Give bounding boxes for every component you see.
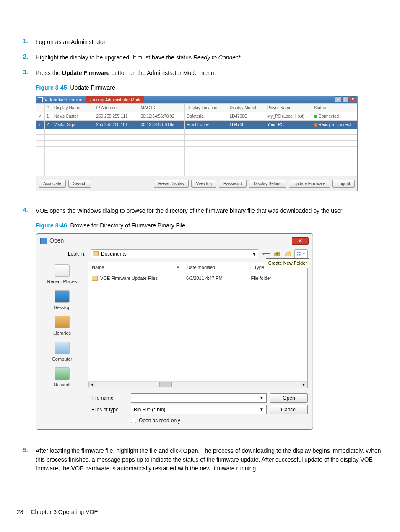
col-display-name[interactable]: Display Name: [52, 104, 94, 112]
cell-mac: 00:12:34:56:78:9a: [139, 121, 184, 129]
cell-status: Ready to connect: [312, 121, 357, 129]
display-setting-button[interactable]: Display Setting: [249, 180, 286, 188]
step-2-text: Highlight the display to be upgraded. It…: [36, 53, 383, 62]
reset-display-button[interactable]: Reset Display: [154, 180, 189, 188]
col-status[interactable]: Status: [312, 104, 357, 112]
up-one-level-icon[interactable]: [273, 249, 282, 258]
cancel-button[interactable]: Cancel: [270, 405, 308, 414]
scroll-thumb[interactable]: [159, 382, 172, 387]
table-row: [36, 170, 357, 176]
col-index[interactable]: #: [45, 104, 52, 112]
logout-button[interactable]: Logout: [332, 180, 355, 188]
step-number: 2.: [23, 53, 36, 62]
column-name[interactable]: Name▲: [88, 262, 183, 273]
voe-titlebar[interactable]: VideoOverEthernet Running Administrator …: [36, 96, 357, 103]
place-computer[interactable]: Computer: [52, 342, 72, 363]
open-button[interactable]: Open: [270, 393, 308, 403]
cell-check[interactable]: ✓: [36, 121, 45, 129]
voe-mode-badge: Running Administrator Mode: [86, 96, 144, 103]
look-in-value: Documents: [101, 250, 127, 258]
place-network[interactable]: Network: [54, 367, 70, 388]
status-dot-icon: [314, 123, 317, 127]
cell-status: Connected: [312, 112, 357, 121]
figure-caption-text: Browse for Directory of Firmware Binary …: [70, 222, 185, 229]
step-3-text: Press the Update Firmware button on the …: [36, 69, 383, 200]
cell-loc: Front Lobby: [184, 121, 228, 129]
col-player[interactable]: Player Name: [265, 104, 312, 112]
place-label: Computer: [52, 356, 72, 363]
cell-name: Visitor Sign: [52, 121, 94, 129]
horizontal-scrollbar[interactable]: ◄ ►: [88, 381, 307, 388]
associate-button[interactable]: Associate: [39, 180, 66, 188]
files-of-type-select[interactable]: Bin File (*.bin)▼: [131, 405, 267, 414]
look-in-combo[interactable]: Documents ▼: [91, 249, 258, 258]
figure-label: Figure 3-45: [36, 84, 67, 91]
maximize-button[interactable]: ▢: [342, 96, 349, 102]
step-5-text: After locating the firmware file, highli…: [36, 447, 383, 473]
desktop-icon: [55, 290, 70, 303]
col-location[interactable]: Display Location: [184, 104, 228, 112]
read-only-checkbox[interactable]: [131, 418, 136, 423]
search-button[interactable]: Search: [68, 180, 91, 188]
svg-point-0: [288, 251, 291, 253]
cell-mac: 00:12:34:56:78:92: [139, 112, 184, 121]
scroll-left-icon[interactable]: ◄: [88, 382, 95, 387]
table-row[interactable]: ✓ 1 News Caster 255.255.255.111 00:12:34…: [36, 112, 357, 121]
table-row: [36, 141, 357, 147]
table-row: [36, 135, 357, 141]
back-icon[interactable]: ⟵: [262, 249, 271, 258]
scroll-right-icon[interactable]: ►: [301, 382, 307, 387]
table-row[interactable]: ✓ 2 Visitor Sign 255.255.255.101 00:12:3…: [36, 121, 357, 129]
close-button[interactable]: ✕: [292, 237, 309, 245]
col-ip[interactable]: IP Address: [94, 104, 139, 112]
view-menu-icon[interactable]: ▼: [294, 249, 308, 258]
file-date: 6/3/2011 4:47 PM: [186, 275, 251, 282]
figure-3-46-caption: Figure 3-46 Browse for Directory of Firm…: [36, 221, 383, 230]
recent-places-icon: [55, 264, 70, 277]
col-label: Name: [92, 265, 104, 270]
chevron-down-icon: ▼: [260, 406, 264, 413]
file-name-label: File name:: [91, 394, 127, 402]
computer-icon: [55, 342, 70, 354]
table-row: [36, 158, 357, 164]
col-model[interactable]: Display Model: [228, 104, 265, 112]
place-desktop[interactable]: Desktop: [54, 290, 70, 311]
cell-model: LD4730G: [228, 112, 265, 121]
step-5-bold: Open: [183, 447, 198, 454]
view-log-button[interactable]: View log: [191, 180, 216, 188]
display-table: # Display Name IP Address MAC ID Display…: [36, 103, 357, 176]
cell-check[interactable]: ✓: [36, 112, 45, 121]
password-button[interactable]: Password: [219, 180, 247, 188]
minimize-button[interactable]: –: [335, 96, 341, 102]
col-checkbox[interactable]: [36, 104, 45, 112]
col-mac[interactable]: MAC ID: [139, 104, 184, 112]
cell-ip: 255.255.255.111: [94, 112, 139, 121]
svg-rect-2: [299, 252, 300, 253]
table-header-row: # Display Name IP Address MAC ID Display…: [36, 104, 357, 112]
step-1-text: Log on as an Administrator.: [36, 38, 383, 46]
step-number: 3.: [23, 69, 36, 200]
update-firmware-button[interactable]: Update Firmware: [289, 180, 330, 188]
step-4-text: VOE opens the Windows dialog to browse f…: [36, 207, 383, 440]
table-row: [36, 129, 357, 135]
new-folder-icon[interactable]: [283, 249, 293, 258]
folder-icon: [92, 276, 98, 281]
look-in-row: Look in: Documents ▼ ⟵: [36, 249, 313, 262]
file-name-input[interactable]: ▼: [131, 393, 267, 403]
chevron-down-icon: ▼: [260, 395, 264, 401]
sort-asc-icon: ▲: [176, 264, 179, 269]
place-recent[interactable]: Recent Places: [47, 264, 77, 285]
close-button[interactable]: ✕: [350, 96, 356, 102]
step-number: 4.: [23, 207, 36, 440]
place-libraries[interactable]: Libraries: [53, 316, 71, 337]
file-name: VOE Firmware Update Files: [100, 275, 158, 282]
open-titlebar[interactable]: Open ✕: [36, 234, 313, 249]
column-date[interactable]: Date modified: [183, 262, 251, 273]
open-dialog: Open ✕ Look in: Documents ▼ ⟵: [36, 233, 313, 430]
network-icon: [55, 367, 70, 380]
cell-model: LD4730: [228, 121, 265, 129]
table-row: [36, 164, 357, 170]
read-only-row[interactable]: Open as read-only: [131, 417, 267, 424]
list-item[interactable]: VOE Firmware Update Files 6/3/2011 4:47 …: [88, 273, 307, 284]
cell-name: News Caster: [52, 112, 94, 121]
